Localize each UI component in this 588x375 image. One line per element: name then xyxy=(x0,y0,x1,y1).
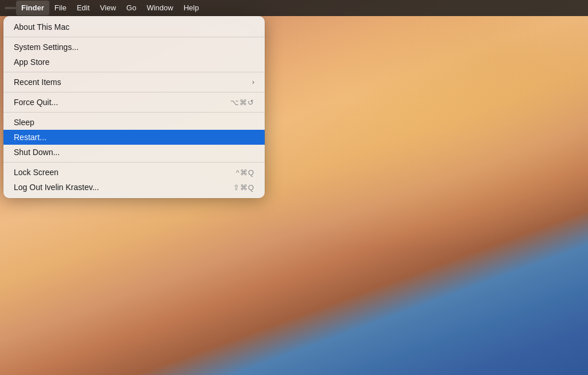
separator-5 xyxy=(3,162,265,163)
menu-item-restart-label: Restart... xyxy=(14,133,254,142)
menu-item-recent-items[interactable]: Recent Items › xyxy=(3,75,265,90)
menu-item-app-store[interactable]: App Store xyxy=(3,55,265,69)
menu-item-about[interactable]: About This Mac xyxy=(3,20,265,34)
menubar-item-go[interactable]: Go xyxy=(121,1,141,16)
lock-screen-shortcut: ^⌘Q xyxy=(236,168,254,177)
menu-item-sleep-label: Sleep xyxy=(14,118,254,127)
chevron-right-icon: › xyxy=(252,78,254,86)
menu-item-shut-down[interactable]: Shut Down... xyxy=(3,145,265,160)
menu-item-restart[interactable]: Restart... xyxy=(3,130,265,145)
log-out-shortcut: ⇧⌘Q xyxy=(233,183,254,192)
separator-1 xyxy=(3,37,265,37)
menu-item-log-out-label: Log Out Ivelin Krastev... xyxy=(14,183,233,192)
menu-item-shut-down-label: Shut Down... xyxy=(14,148,254,157)
force-quit-shortcut: ⌥⌘↺ xyxy=(230,98,254,107)
menu-item-lock-screen-label: Lock Screen xyxy=(14,168,236,177)
apple-menu-button[interactable] xyxy=(5,7,16,9)
menu-item-force-quit-label: Force Quit... xyxy=(14,98,230,107)
menu-item-recent-items-label: Recent Items xyxy=(14,78,252,87)
menubar-item-view[interactable]: View xyxy=(95,1,121,16)
menubar-item-edit[interactable]: Edit xyxy=(72,1,95,16)
menu-item-system-settings-label: System Settings... xyxy=(14,42,254,52)
menubar: Finder File Edit View Go Window Help xyxy=(0,0,588,16)
separator-3 xyxy=(3,92,265,92)
menu-item-system-settings[interactable]: System Settings... xyxy=(3,40,265,55)
separator-4 xyxy=(3,112,265,113)
menu-item-about-label: About This Mac xyxy=(14,22,254,32)
menu-item-force-quit[interactable]: Force Quit... ⌥⌘↺ xyxy=(3,95,265,110)
separator-2 xyxy=(3,72,265,72)
menubar-item-window[interactable]: Window xyxy=(141,1,178,16)
menubar-item-help[interactable]: Help xyxy=(179,1,204,16)
menu-item-app-store-label: App Store xyxy=(14,57,254,67)
menubar-item-finder[interactable]: Finder xyxy=(16,1,49,16)
menu-item-log-out[interactable]: Log Out Ivelin Krastev... ⇧⌘Q xyxy=(3,180,265,195)
apple-dropdown-menu: About This Mac System Settings... App St… xyxy=(3,16,265,198)
menubar-item-file[interactable]: File xyxy=(49,1,72,16)
menu-item-sleep[interactable]: Sleep xyxy=(3,115,265,130)
menu-item-lock-screen[interactable]: Lock Screen ^⌘Q xyxy=(3,165,265,180)
